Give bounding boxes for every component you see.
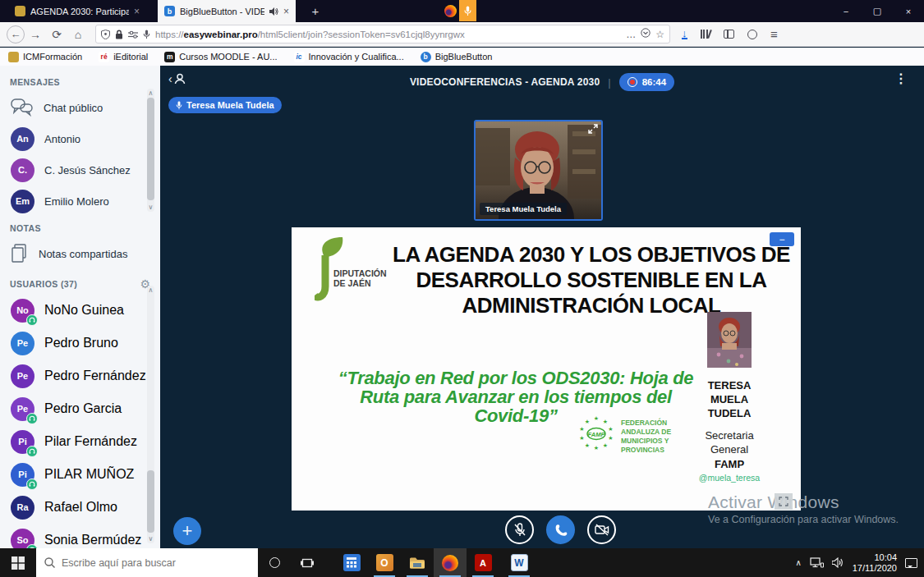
forward-icon[interactable]: → bbox=[25, 28, 46, 41]
camera-off-icon bbox=[595, 524, 609, 536]
scrollbar-thumb[interactable] bbox=[147, 98, 154, 200]
microphone-sharing-icon[interactable] bbox=[459, 0, 476, 21]
sidebar-item-jesus-sanchez[interactable]: C. C. Jesús Sánchez bbox=[0, 154, 160, 185]
sidebar-item-antonio[interactable]: An Antonio bbox=[0, 123, 160, 154]
messages-header: MENSAJES bbox=[10, 77, 150, 87]
restore-icon[interactable]: ▢ bbox=[862, 0, 893, 22]
shield-icon[interactable] bbox=[101, 30, 110, 39]
sidebar-item-chat-publico[interactable]: Chat público bbox=[0, 92, 160, 123]
svg-text:★: ★ bbox=[579, 435, 584, 441]
browser-toolbar-icons: ↓ ≡ bbox=[682, 27, 778, 41]
actions-plus-button[interactable]: + bbox=[173, 517, 201, 545]
lock-icon[interactable] bbox=[115, 30, 123, 39]
task-view-button[interactable] bbox=[291, 548, 324, 577]
downloads-icon[interactable]: ↓ bbox=[682, 29, 687, 39]
start-button[interactable] bbox=[0, 548, 36, 577]
user-list-item[interactable]: Pi Pilar Fernández bbox=[0, 425, 160, 458]
user-list-item[interactable]: Pe Pedro Garcia bbox=[0, 392, 160, 425]
tab-close-icon[interactable]: × bbox=[283, 6, 289, 17]
tab-bigbluebutton[interactable]: b BigBlueButton - VIDEOCON × bbox=[158, 0, 296, 22]
file-explorer-taskbar-icon[interactable] bbox=[401, 548, 434, 577]
sidebar-toggle-icon[interactable] bbox=[724, 30, 734, 39]
scroll-up-icon[interactable]: ∧ bbox=[147, 286, 154, 294]
leave-audio-button[interactable] bbox=[546, 515, 575, 544]
url-text[interactable]: https://easywebinar.pro/html5client/join… bbox=[155, 30, 621, 39]
mic-permission-icon[interactable] bbox=[143, 30, 150, 39]
folder-icon bbox=[409, 556, 425, 570]
diputacion-logo-text: DIPUTACIÓN DE JAÉN bbox=[333, 268, 387, 288]
scroll-up-icon[interactable]: ∧ bbox=[147, 89, 154, 97]
user-list-item[interactable]: Pi PILAR MUÑOZ bbox=[0, 458, 160, 491]
mic-muted-icon bbox=[513, 523, 526, 537]
action-center-icon[interactable] bbox=[905, 558, 917, 568]
bookmark-star-icon[interactable]: ☆ bbox=[655, 29, 664, 40]
bbb-sidebar: MENSAJES Chat público An Antonio C. C. J… bbox=[0, 66, 160, 548]
firefox-taskbar-icon[interactable] bbox=[434, 548, 467, 577]
reload-icon[interactable]: ⟳ bbox=[46, 28, 67, 41]
url-bar[interactable]: https://easywebinar.pro/html5client/join… bbox=[95, 25, 670, 44]
bookmark-icmformacion[interactable]: ICMFormación bbox=[8, 52, 82, 62]
firefox-sharing-icon[interactable] bbox=[442, 0, 459, 21]
users-scrollbar[interactable]: ∧ ∨ bbox=[147, 286, 154, 543]
search-input[interactable] bbox=[62, 557, 242, 569]
plus-icon: + bbox=[182, 520, 193, 542]
svg-text:★: ★ bbox=[594, 445, 599, 451]
tab-title: BigBlueButton - VIDEOCON bbox=[180, 7, 264, 16]
presentation-slide[interactable]: − DIPUTACIÓN DE JAÉN LA AGENDA 2030 Y LO… bbox=[292, 227, 801, 511]
talking-indicator[interactable]: Teresa Muela Tudela bbox=[168, 97, 282, 113]
speaker-icon[interactable] bbox=[832, 557, 844, 568]
library-icon[interactable] bbox=[701, 30, 711, 39]
bookmark-innovacion[interactable]: ic Innovación y Cualifica... bbox=[294, 52, 404, 62]
taskbar-clock[interactable]: 10:04 17/11/2020 bbox=[853, 552, 897, 574]
scrollbar-thumb[interactable] bbox=[147, 470, 154, 533]
options-kebab-icon[interactable]: ⋮ bbox=[894, 71, 908, 86]
meeting-title: VIDEOCONFERENCIAS - AGENDA 2030 bbox=[410, 76, 600, 88]
bookmark-ieditorial[interactable]: ré iEditorial bbox=[99, 52, 148, 62]
bookmark-bigbluebutton[interactable]: b BigBlueButton bbox=[421, 52, 493, 62]
scroll-down-icon[interactable]: ∨ bbox=[147, 535, 154, 543]
headset-badge-icon bbox=[26, 479, 38, 490]
messages-scrollbar[interactable]: ∧ ∨ bbox=[147, 89, 154, 212]
taskbar-search[interactable] bbox=[36, 548, 258, 577]
permissions-icon[interactable] bbox=[128, 30, 138, 39]
user-list-item[interactable]: Pe Pedro Bruno bbox=[0, 327, 160, 359]
speaker-twitter-handle: @muela_teresa bbox=[697, 473, 761, 483]
sidebar-item-notas-compartidas[interactable]: Notas compartidas bbox=[0, 238, 160, 269]
acrobat-taskbar-icon[interactable]: A bbox=[467, 548, 499, 577]
webcam-share-button[interactable] bbox=[587, 515, 616, 544]
avatar: Ra bbox=[11, 496, 34, 520]
recording-indicator[interactable]: 86:44 bbox=[619, 73, 674, 91]
cortana-button[interactable] bbox=[258, 548, 291, 577]
word-taskbar-icon[interactable]: W bbox=[503, 548, 536, 577]
user-list-item[interactable]: Ra Rafael Olmo bbox=[0, 491, 160, 524]
outlook-taskbar-icon[interactable]: O bbox=[368, 548, 401, 577]
home-icon[interactable]: ⌂ bbox=[67, 28, 89, 41]
pocket-icon[interactable] bbox=[641, 28, 650, 40]
account-icon[interactable] bbox=[747, 30, 757, 39]
network-icon[interactable] bbox=[810, 557, 824, 568]
mute-microphone-button[interactable] bbox=[505, 515, 534, 544]
webcam-fullscreen-icon[interactable] bbox=[588, 124, 598, 135]
minimize-icon[interactable]: − bbox=[830, 0, 862, 22]
tray-chevron-up-icon[interactable]: ∧ bbox=[795, 558, 801, 567]
notes-icon bbox=[11, 244, 29, 263]
menu-icon[interactable]: ≡ bbox=[770, 27, 778, 41]
back-button[interactable]: ← bbox=[7, 25, 25, 44]
scroll-down-icon[interactable]: ∨ bbox=[147, 204, 154, 211]
page-actions-icon[interactable]: … bbox=[626, 29, 636, 40]
calculator-taskbar-icon[interactable] bbox=[335, 548, 368, 577]
avatar: Pe bbox=[11, 332, 34, 355]
headset-badge-icon bbox=[26, 413, 38, 424]
tab-participantes[interactable]: AGENDA 2030: Participantes × bbox=[8, 0, 146, 22]
bookmark-moodle[interactable]: m Cursos MOODLE - AU... bbox=[164, 52, 277, 62]
close-icon[interactable]: × bbox=[893, 0, 924, 22]
tab-close-icon[interactable]: × bbox=[134, 6, 140, 17]
tab-audio-icon[interactable] bbox=[269, 7, 278, 16]
user-list-item[interactable]: No NoNo Guinea bbox=[0, 294, 160, 327]
user-list-item[interactable]: Pe Pedro Fernández bbox=[0, 359, 160, 392]
sidebar-item-emilio-molero[interactable]: Em Emilio Molero bbox=[0, 185, 160, 217]
speaker-org: FAMP bbox=[697, 458, 761, 470]
new-tab-button[interactable]: + bbox=[306, 4, 325, 18]
webcam-tile[interactable]: Teresa Muela Tudela bbox=[474, 120, 603, 221]
presentation-fullscreen-icon[interactable] bbox=[775, 493, 793, 510]
